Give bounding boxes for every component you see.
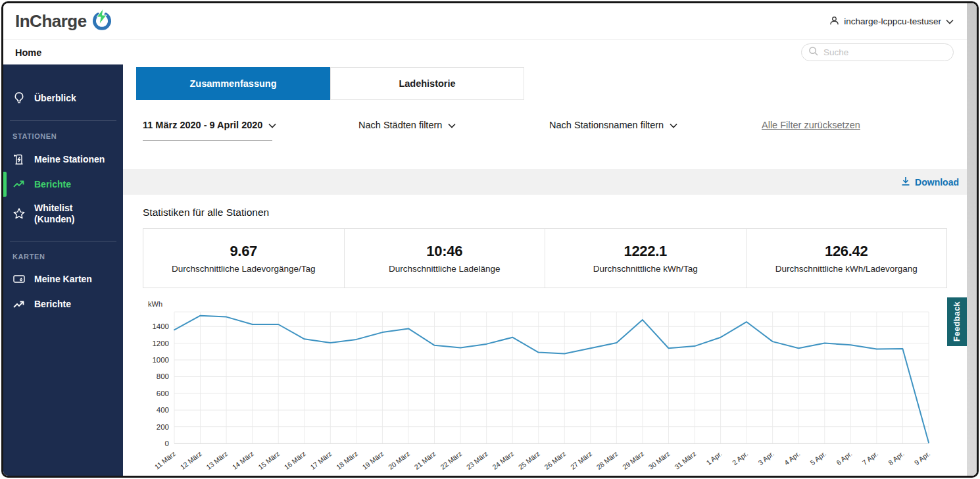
svg-text:31 März: 31 März xyxy=(673,449,697,471)
stat-card-ladelaenge: 10:46 Durchschnittliche Ladelänge xyxy=(344,229,545,288)
svg-text:28 März: 28 März xyxy=(595,449,619,471)
window-scrollbar-strip[interactable] xyxy=(967,3,977,476)
stat-card-kwh-ladevorgang: 126.42 Durchschnittliche kWh/Ladevorgang xyxy=(746,229,947,288)
breadcrumb-home[interactable]: Home xyxy=(15,47,41,58)
stat-value: 126.42 xyxy=(825,243,868,260)
svg-text:17 März: 17 März xyxy=(308,449,333,471)
feedback-button[interactable]: Feedback xyxy=(947,297,967,346)
trend-up-icon xyxy=(12,298,26,311)
svg-text:27 März: 27 März xyxy=(569,449,593,471)
app-window: InCharge incharge-lcppcu-testuser xyxy=(1,1,979,478)
download-button[interactable]: Download xyxy=(901,176,959,188)
svg-text:19 März: 19 März xyxy=(360,449,385,471)
svg-text:0: 0 xyxy=(165,440,169,447)
svg-text:30 März: 30 März xyxy=(647,449,671,471)
svg-text:200: 200 xyxy=(157,423,169,431)
sidebar-section-stationen: STATIONEN xyxy=(3,131,123,147)
svg-text:1400: 1400 xyxy=(152,322,169,330)
stat-value: 10:46 xyxy=(426,243,462,260)
svg-text:2 Apr.: 2 Apr. xyxy=(731,449,750,466)
svg-text:11 März: 11 März xyxy=(153,449,178,470)
svg-text:21 März: 21 März xyxy=(412,449,437,471)
station-filter-label: Nach Stationsnamen filtern xyxy=(549,120,664,130)
svg-text:29 März: 29 März xyxy=(621,449,645,471)
city-filter-label: Nach Städten filtern xyxy=(358,120,442,130)
stat-card-kwh-tag: 1222.1 Durchschnittliche kWh/Tag xyxy=(545,229,746,288)
svg-text:9 Apr.: 9 Apr. xyxy=(913,449,932,466)
svg-text:5 Apr.: 5 Apr. xyxy=(808,449,827,466)
user-icon xyxy=(829,16,839,28)
stats-heading: Statistiken für alle Stationen xyxy=(143,207,967,218)
chevron-down-icon xyxy=(268,120,276,130)
stat-label: Durchschnittliche Ladelänge xyxy=(389,264,501,274)
svg-text:7 Apr.: 7 Apr. xyxy=(861,449,880,466)
sidebar: Überblick STATIONEN Meine Stationen xyxy=(3,64,123,476)
user-name: incharge-lcppcu-testuser xyxy=(844,16,941,26)
sidebar-item-label: Berichte xyxy=(34,179,71,190)
svg-text:1 Apr.: 1 Apr. xyxy=(704,449,723,466)
stat-label: Durchschnittliche kWh/Tag xyxy=(593,264,698,274)
stat-value: 9.67 xyxy=(230,243,257,260)
svg-text:24 März: 24 März xyxy=(491,449,515,471)
sidebar-item-whitelist[interactable]: Whitelist (Kunden) xyxy=(3,197,123,231)
svg-text:3 Apr.: 3 Apr. xyxy=(756,449,775,466)
search-icon xyxy=(808,46,818,59)
kwh-line-chart: kWh020040060080010001200140011 März12 Mä… xyxy=(143,299,967,474)
svg-text:25 März: 25 März xyxy=(517,449,541,471)
svg-text:14 März: 14 März xyxy=(231,449,255,471)
date-range-filter[interactable]: 11 März 2020 - 9 April 2020 xyxy=(143,120,272,141)
charging-station-icon xyxy=(12,153,26,166)
svg-text:12 März: 12 März xyxy=(178,449,203,471)
sidebar-item-label: Überblick xyxy=(34,93,76,104)
sidebar-item-meine-karten[interactable]: Meine Karten xyxy=(3,267,123,292)
svg-text:400: 400 xyxy=(157,406,169,414)
trend-up-icon xyxy=(12,178,26,191)
download-icon xyxy=(901,176,910,188)
sidebar-item-berichte-karten[interactable]: Berichte xyxy=(3,292,123,317)
top-header: InCharge incharge-lcppcu-testuser xyxy=(3,3,967,40)
incharge-logo-icon xyxy=(91,9,112,35)
lightbulb-icon xyxy=(12,91,26,105)
svg-text:26 März: 26 März xyxy=(543,449,567,471)
svg-text:4 Apr.: 4 Apr. xyxy=(783,449,802,466)
city-filter[interactable]: Nach Städten filtern xyxy=(358,120,456,130)
station-name-filter[interactable]: Nach Stationsnamen filtern xyxy=(549,120,677,130)
sidebar-item-berichte-stationen[interactable]: Berichte xyxy=(3,172,123,197)
incharge-logo: InCharge xyxy=(15,9,112,35)
chevron-down-icon xyxy=(670,120,677,130)
search-input[interactable] xyxy=(823,47,946,57)
sidebar-item-label: Meine Karten xyxy=(34,274,92,285)
svg-text:1000: 1000 xyxy=(152,356,169,364)
svg-text:kWh: kWh xyxy=(148,300,162,308)
tab-ladehistorie[interactable]: Ladehistorie xyxy=(330,67,524,100)
sidebar-item-meine-stationen[interactable]: Meine Stationen xyxy=(3,147,123,172)
search-box[interactable] xyxy=(801,43,954,61)
svg-text:600: 600 xyxy=(157,390,169,397)
tab-zusammenfassung[interactable]: Zusammenfassung xyxy=(136,67,330,100)
stats-box: 9.67 Durchschnittliche Ladevorgänge/Tag … xyxy=(143,228,947,288)
svg-text:13 März: 13 März xyxy=(205,449,229,471)
stat-label: Durchschnittliche Ladevorgänge/Tag xyxy=(172,264,315,274)
sidebar-section-karten: KARTEN xyxy=(3,251,123,267)
sidebar-item-label: Meine Stationen xyxy=(34,154,105,165)
star-icon xyxy=(12,207,26,220)
sidebar-item-label: Berichte xyxy=(34,299,71,310)
svg-text:15 März: 15 März xyxy=(257,449,281,471)
main-content: Zusammenfassung Ladehistorie 11 März 202… xyxy=(123,64,967,476)
download-label: Download xyxy=(915,177,959,188)
stat-card-ladevorgaenge: 9.67 Durchschnittliche Ladevorgänge/Tag xyxy=(143,229,344,288)
svg-text:18 März: 18 März xyxy=(335,449,359,471)
sidebar-divider xyxy=(10,241,116,241)
brand-name: InCharge xyxy=(15,11,87,32)
reset-filters-link[interactable]: Alle Filter zurücksetzen xyxy=(762,120,860,130)
sidebar-item-label: Whitelist (Kunden) xyxy=(34,203,114,225)
stat-label: Durchschnittliche kWh/Ladevorgang xyxy=(775,264,918,274)
svg-text:800: 800 xyxy=(157,372,169,380)
filter-row: 11 März 2020 - 9 April 2020 Nach Städten… xyxy=(143,120,967,150)
sidebar-item-ueberblick[interactable]: Überblick xyxy=(3,86,123,111)
svg-text:6 Apr.: 6 Apr. xyxy=(835,449,854,466)
svg-text:8 Apr.: 8 Apr. xyxy=(887,449,906,466)
user-menu[interactable]: incharge-lcppcu-testuser xyxy=(829,16,954,28)
sidebar-divider xyxy=(10,120,116,121)
tab-bar: Zusammenfassung Ladehistorie xyxy=(136,67,967,100)
